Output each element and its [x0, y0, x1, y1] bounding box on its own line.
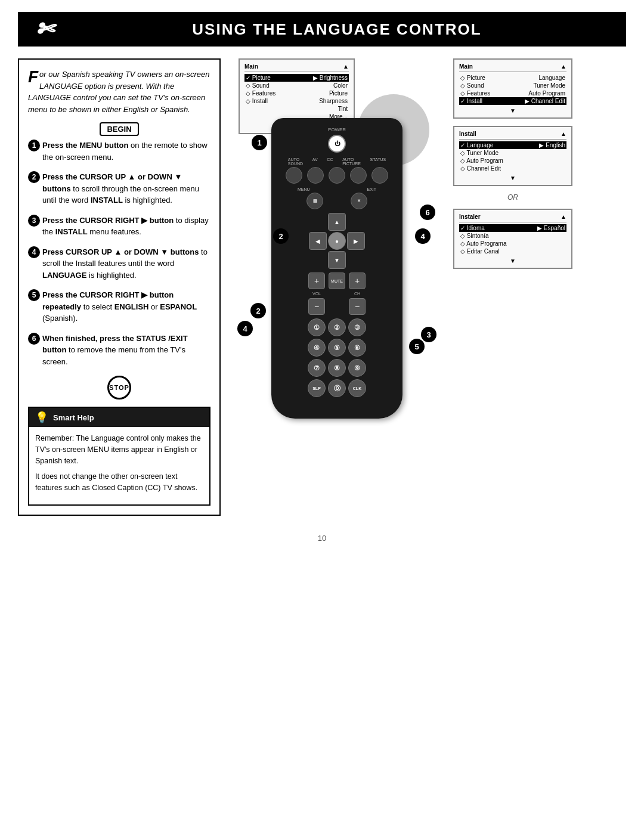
or-label: OR [453, 193, 572, 202]
screen2-row-4-selected: ✓ Install▶ Channel Edit [459, 97, 566, 105]
cc-button[interactable] [329, 167, 345, 184]
top-buttons-row [283, 167, 391, 184]
screen3-header-right: ▲ [561, 131, 566, 137]
step-3-text: Press the CURSOR RIGHT ▶ button to displ… [42, 215, 210, 238]
intro-body: or our Spanish speaking TV owners an on-… [28, 70, 210, 114]
num-8-button[interactable]: ⑧ [328, 359, 346, 377]
step-6-number: 6 [28, 333, 40, 345]
step-1-text: Press the MENU button on the remote to s… [42, 140, 210, 163]
step-3: 3 Press the CURSOR RIGHT ▶ button to dis… [28, 215, 210, 238]
num-0-button[interactable]: ⓪ [328, 379, 346, 397]
smart-help-box: 💡 Smart Help Remember: The Language cont… [28, 407, 210, 506]
step-1: 1 Press the MENU button on the remote to… [28, 140, 210, 163]
step-6: 6 When finished, press the STATUS /EXIT … [28, 333, 210, 368]
auto-picture-button[interactable] [350, 167, 367, 184]
screen2-footer: ▼ [459, 107, 566, 114]
screen2-row-3: ◇ FeaturesAuto Program [459, 89, 566, 97]
stop-badge: STOP [28, 376, 210, 400]
step-6-text: When finished, press the STATUS /EXIT bu… [42, 333, 210, 368]
smart-help-title: Smart Help [53, 413, 94, 422]
diagram-step-2a: 2 [273, 228, 289, 244]
large-letter: F [28, 69, 38, 85]
vol-up-button[interactable]: + [308, 272, 325, 289]
num-5-button[interactable]: ⑤ [328, 339, 346, 357]
dpad-up[interactable]: ▲ [328, 213, 346, 231]
vol-down-row: − − [283, 298, 391, 315]
begin-badge: BEGIN [100, 122, 138, 136]
screen4-row-4: ◇ Editar Canal [459, 247, 566, 255]
num-3-button[interactable]: ③ [348, 318, 366, 336]
step-4-number: 4 [28, 246, 40, 258]
ch-up-button[interactable]: + [349, 272, 366, 289]
top-buttons-labels: AUTOSOUND AV CC AUTOPICTURE STATUS [283, 157, 391, 166]
dpad-center[interactable]: ● [328, 232, 346, 250]
screen-3: Install ▲ ✓ Language▶ English ◇ Tuner Mo… [453, 126, 572, 186]
dpad-left[interactable]: ◀ [309, 232, 327, 250]
tv-menu-header-right: ▲ [343, 63, 349, 70]
page-number: 10 [0, 528, 644, 549]
screen3-row-2: ◇ Tuner Mode [459, 149, 566, 157]
menu-exit-row: ▤ ✕ [283, 193, 391, 209]
power-button[interactable]: ⏻ [328, 135, 346, 153]
tv-menu-row-4: ◇ InstallSharpness [244, 97, 349, 105]
step-1-number: 1 [28, 140, 40, 151]
step-4: 4 Press CURSOR UP ▲ or DOWN ▼ buttons to… [28, 246, 210, 281]
tv-menu-row-1: ✓ Picture▶ Brightness [244, 74, 349, 82]
diagram-step-6: 6 [420, 205, 435, 220]
num-6-button[interactable]: ⑥ [348, 339, 366, 357]
sleep-button[interactable]: SLP [308, 379, 326, 397]
step-2-number: 2 [28, 171, 40, 183]
mute-button[interactable]: MUTE [329, 272, 345, 289]
dpad-empty-bl [309, 251, 327, 269]
tv-menu-row-3: ◇ FeaturesPicture [244, 89, 349, 97]
num-1-button[interactable]: ① [308, 318, 326, 336]
screen4-header-left: Instaler [459, 213, 481, 220]
screen4-row-2: ◇ Sintonía [459, 232, 566, 240]
dpad: ▲ ◀ ● ▶ ▼ [309, 213, 365, 269]
clock-button[interactable]: CLK [348, 379, 366, 397]
status-button[interactable] [371, 167, 388, 184]
stop-circle: STOP [107, 376, 131, 400]
menu-button[interactable]: ▤ [306, 193, 323, 209]
diagram-step-4: 2 [250, 303, 266, 318]
left-panel: F or our Spanish speaking TV owners an o… [18, 58, 221, 516]
dpad-down[interactable]: ▼ [328, 251, 346, 269]
diagram-step-1: 1 [252, 135, 267, 150]
lightbulb-icon: 💡 [35, 411, 48, 424]
smart-help-header: 💡 Smart Help [29, 408, 209, 427]
header-icon: ✄ [36, 17, 54, 42]
screen2-row-2: ◇ SoundTuner Mode [459, 82, 566, 89]
screen2-header-left: Main [459, 63, 473, 70]
step-4-text: Press CURSOR UP ▲ or DOWN ▼ buttons to s… [42, 246, 210, 281]
num-4-button[interactable]: ④ [308, 339, 326, 357]
vol-labels-row: VOL CH [283, 292, 391, 296]
num-2-button[interactable]: ② [328, 318, 346, 336]
vol-ch-row: + MUTE + [283, 272, 391, 289]
screen-4: Instaler ▲ ✓ Idioma▶ Español ◇ Sintonía … [453, 209, 572, 269]
screen3-row-4: ◇ Channel Edit [459, 165, 566, 172]
screen4-row-3: ◇ Auto Programa [459, 240, 566, 247]
exit-button[interactable]: ✕ [351, 193, 367, 209]
power-label: POWER [283, 127, 391, 132]
ch-down-button[interactable]: − [349, 298, 366, 315]
screen4-header-right: ▲ [561, 213, 566, 220]
step-5-text: Press the CURSOR RIGHT ▶ button repeated… [42, 289, 210, 324]
vol-down-button[interactable]: − [308, 298, 325, 315]
smart-help-body: Remember: The Language control only make… [29, 427, 209, 504]
numpad: ① ② ③ ④ ⑤ ⑥ ⑦ ⑧ ⑨ SLP ⓪ CLK [308, 318, 366, 397]
num-7-button[interactable]: ⑦ [308, 359, 326, 377]
intro-text: F or our Spanish speaking TV owners an o… [28, 69, 210, 115]
menu-exit-labels: MENUEXIT [283, 187, 391, 191]
av-button[interactable] [307, 167, 324, 184]
auto-sound-button[interactable] [286, 167, 302, 184]
screen4-footer: ▼ [459, 258, 566, 264]
step-5-number: 5 [28, 289, 40, 301]
page-header: ✄ Using the Language Control [18, 12, 626, 47]
step-3-number: 3 [28, 215, 40, 227]
diagram-step-2b: 4 [415, 228, 431, 244]
dpad-right[interactable]: ▶ [347, 232, 365, 250]
diagram-step-3: 3 [421, 327, 436, 342]
main-content: F or our Spanish speaking TV owners an o… [18, 58, 626, 516]
page-title: Using the Language Control [66, 20, 608, 39]
num-9-button[interactable]: ⑨ [348, 359, 366, 377]
